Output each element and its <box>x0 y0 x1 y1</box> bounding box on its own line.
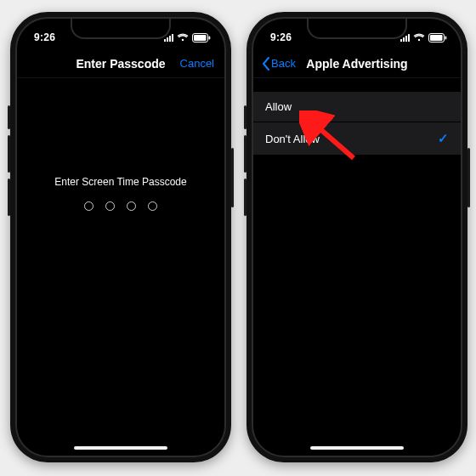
navbar-right: Back Apple Advertising <box>253 49 461 78</box>
phone-right: 9:26 Back Apple Advertising <box>246 12 468 462</box>
svg-rect-1 <box>194 35 207 41</box>
notch <box>307 19 407 39</box>
status-icons <box>164 33 211 42</box>
svg-rect-2 <box>209 36 211 39</box>
mute-switch <box>244 105 246 129</box>
svg-rect-5 <box>445 36 447 39</box>
chevron-left-icon <box>262 57 269 71</box>
back-button[interactable]: Back <box>262 57 296 71</box>
passcode-screen: Enter Screen Time Passcode <box>17 78 224 456</box>
volume-down <box>244 178 246 216</box>
option-label: Allow <box>265 100 292 113</box>
checkmark-icon: ✓ <box>438 131 449 146</box>
screen-left: 9:26 Enter Passcode Cancel Enter Screen … <box>15 17 226 457</box>
passcode-dot <box>148 201 157 211</box>
status-time: 9:26 <box>270 31 292 43</box>
home-indicator[interactable] <box>310 446 404 450</box>
passcode-dots[interactable] <box>17 201 224 211</box>
back-label: Back <box>271 57 296 70</box>
wifi-icon <box>413 33 425 42</box>
passcode-dot <box>84 201 94 211</box>
power-button <box>231 148 234 207</box>
passcode-prompt: Enter Screen Time Passcode <box>17 176 224 188</box>
option-list: Allow Don't Allow ✓ <box>253 92 461 155</box>
option-allow[interactable]: Allow <box>253 92 461 122</box>
mute-switch <box>8 105 10 129</box>
option-label: Don't Allow <box>265 133 320 145</box>
navbar-left: Enter Passcode Cancel <box>17 49 224 78</box>
status-time: 9:26 <box>34 31 55 43</box>
svg-rect-4 <box>430 35 443 41</box>
screen-right: 9:26 Back Apple Advertising <box>252 17 462 457</box>
volume-up <box>8 135 10 173</box>
volume-down <box>8 178 10 216</box>
option-dont-allow[interactable]: Don't Allow ✓ <box>253 122 461 155</box>
phone-left: 9:26 Enter Passcode Cancel Enter Screen … <box>10 12 231 462</box>
battery-icon <box>192 33 211 42</box>
navbar-title: Enter Passcode <box>76 57 165 71</box>
volume-up <box>244 135 246 173</box>
home-indicator[interactable] <box>74 446 167 450</box>
battery-icon <box>428 33 447 42</box>
navbar-title: Apple Advertising <box>306 57 407 71</box>
passcode-dot <box>105 201 115 211</box>
settings-screen: Allow Don't Allow ✓ <box>253 78 461 456</box>
status-icons <box>400 33 447 42</box>
wifi-icon <box>177 33 189 42</box>
cancel-button[interactable]: Cancel <box>180 57 214 70</box>
passcode-dot <box>127 201 136 211</box>
notch <box>71 19 171 39</box>
power-button <box>468 148 470 207</box>
